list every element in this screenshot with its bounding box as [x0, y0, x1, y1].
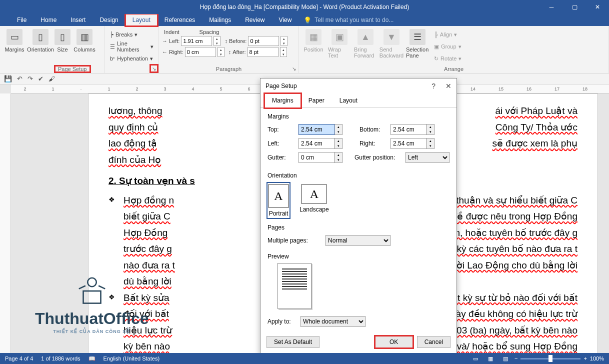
spellcheck-icon[interactable]: ✔ [38, 75, 44, 82]
window-controls: ─ ▢ ✕ [540, 0, 609, 14]
dialog-tab-margins[interactable]: Margins [264, 94, 301, 108]
dialog-title: Page Setup [266, 82, 297, 90]
text: Hợp đồng n [124, 194, 174, 208]
right-label: Right: [360, 140, 388, 147]
left-input[interactable] [298, 138, 334, 149]
spacing-before-input[interactable] [248, 36, 279, 46]
dialog-tab-layout[interactable]: Layout [332, 94, 365, 108]
position-button[interactable]: ▦Position [302, 29, 325, 52]
breaks-button[interactable]: ┝ Breaks ▾ [108, 29, 156, 40]
indent-right-input[interactable] [185, 47, 216, 57]
applyto-select[interactable]: Whole document [300, 316, 366, 327]
status-bar: Page 4 of 4 1 of 1886 words 📖 English (U… [0, 353, 609, 364]
dialog-close-icon[interactable]: ✕ [446, 82, 452, 90]
send-backward-button[interactable]: ▼Send Backward [380, 29, 403, 58]
right-input[interactable] [390, 138, 426, 149]
position-icon: ▦ [306, 29, 322, 45]
preview-page-icon [278, 263, 312, 309]
zoom-in-icon[interactable]: + [584, 356, 586, 362]
read-mode-icon[interactable]: ▭ [470, 354, 482, 363]
indent-right-spin[interactable]: ← Right:▴▾ [162, 47, 224, 57]
paragraph-launcher[interactable]: ↘ [290, 65, 298, 72]
gutter-input[interactable] [298, 152, 334, 163]
page-setup-launcher[interactable]: ↘ [150, 65, 158, 72]
tab-review[interactable]: Review [238, 14, 272, 26]
size-label: Size [57, 46, 68, 52]
ok-button[interactable]: OK [375, 336, 413, 348]
print-layout-icon[interactable]: ▦ [484, 354, 496, 363]
tab-layout[interactable]: Layout [126, 14, 158, 26]
bring-forward-button[interactable]: ▲Bring Forward [354, 29, 377, 58]
tell-me-search[interactable]: 💡Tell me what you want to do... [298, 16, 394, 24]
set-default-button[interactable]: Set As Default [266, 336, 320, 348]
selection-pane-button[interactable]: ☰Selection Pane [406, 29, 429, 58]
tab-mailings[interactable]: Mailings [202, 14, 238, 26]
cancel-button[interactable]: Cancel [417, 336, 450, 348]
slider-thumb[interactable] [548, 355, 552, 362]
help-icon[interactable]: ? [432, 82, 436, 90]
tab-file[interactable]: File [10, 14, 34, 26]
zoom-out-icon[interactable]: − [514, 356, 518, 362]
landscape-button[interactable]: ALandscape [298, 183, 330, 218]
word-count[interactable]: 1 of 1886 words [41, 356, 80, 362]
indent-left-input[interactable] [181, 36, 212, 46]
maximize-icon[interactable]: ▢ [563, 0, 586, 14]
save-icon[interactable]: 💾 [4, 75, 12, 82]
minimize-icon[interactable]: ─ [540, 0, 563, 14]
language-status[interactable]: English (United States) [104, 356, 160, 362]
zoom-value[interactable]: 100% [590, 356, 604, 362]
hyphenation-button[interactable]: bᶜ Hyphenation ▾ [108, 53, 156, 64]
tab-references[interactable]: References [158, 14, 202, 26]
zoom-slider[interactable] [520, 358, 580, 360]
page-status[interactable]: Page 4 of 4 [5, 356, 33, 362]
tab-view[interactable]: View [272, 14, 299, 26]
spin-icon[interactable]: ▴▾ [218, 47, 224, 57]
wrap-text-button[interactable]: ▣Wrap Text [328, 29, 351, 58]
bottom-input[interactable] [390, 124, 426, 135]
spacing-before-spin[interactable]: ↕ Before:▴▾ [224, 36, 288, 46]
margins-button[interactable]: ▭Margins [3, 29, 26, 52]
spacing-after-spin[interactable]: ↕ After:▴▾ [228, 47, 287, 57]
undo-icon[interactable]: ↶ [17, 75, 22, 82]
spin-icon[interactable]: ▴▾ [426, 138, 434, 149]
columns-button[interactable]: ▥Columns [73, 29, 96, 52]
spin-icon[interactable]: ▴▾ [280, 36, 288, 46]
columns-icon: ▥ [76, 29, 92, 45]
align-button[interactable]: ╠ Align ▾ [432, 29, 464, 40]
spin-icon[interactable]: ▴▾ [334, 124, 342, 135]
page-setup-group-label: Page Setup [55, 66, 90, 72]
size-button[interactable]: ▯Size [55, 29, 70, 52]
line-numbers-button[interactable]: ☰ Line Numbers ▾ [108, 41, 156, 52]
spellcheck-status-icon[interactable]: 📖 [88, 356, 96, 362]
watermark-name: ThuthuatOffice [35, 310, 149, 328]
portrait-button[interactable]: APortrait [268, 183, 290, 218]
spacing-after-input[interactable] [248, 47, 278, 57]
paint-icon[interactable]: 🖌 [48, 75, 55, 82]
tab-home[interactable]: Home [34, 14, 64, 26]
multi-pages-select[interactable]: Normal [326, 235, 390, 246]
group-objects-button[interactable]: ▣ Group ▾ [432, 41, 464, 52]
text: Công Ty/ Thỏa ước [496, 120, 578, 135]
forward-icon: ▲ [358, 29, 374, 45]
web-layout-icon[interactable]: ▤ [500, 354, 512, 363]
tab-design[interactable]: Design [92, 14, 125, 26]
vertical-ruler[interactable] [0, 94, 11, 353]
spin-icon[interactable]: ▴▾ [214, 36, 220, 46]
dialog-tab-paper[interactable]: Paper [301, 94, 332, 108]
rotate-button[interactable]: ↻ Rotate ▾ [432, 53, 464, 64]
spin-icon[interactable]: ▴▾ [426, 124, 434, 135]
spin-icon[interactable]: ▴▾ [334, 152, 342, 163]
gutter-label: Gutter: [268, 154, 296, 161]
indent-left-spin[interactable]: → Left:▴▾ [162, 36, 220, 46]
spin-icon[interactable]: ▴▾ [280, 47, 287, 57]
redo-icon[interactable]: ↷ [28, 75, 33, 82]
orientation-button[interactable]: ▯Orientation [29, 29, 52, 52]
tab-insert[interactable]: Insert [64, 14, 92, 26]
group-arrange: ▦Position ▣Wrap Text ▲Bring Forward ▼Sen… [299, 26, 609, 73]
text: gười Lao Động cho dù bằng lời [445, 258, 578, 273]
spin-icon[interactable]: ▴▾ [334, 138, 342, 149]
svg-rect-1 [83, 291, 100, 304]
top-input[interactable] [298, 124, 334, 135]
close-icon[interactable]: ✕ [586, 0, 609, 14]
gutterpos-select[interactable]: Left [406, 152, 450, 163]
